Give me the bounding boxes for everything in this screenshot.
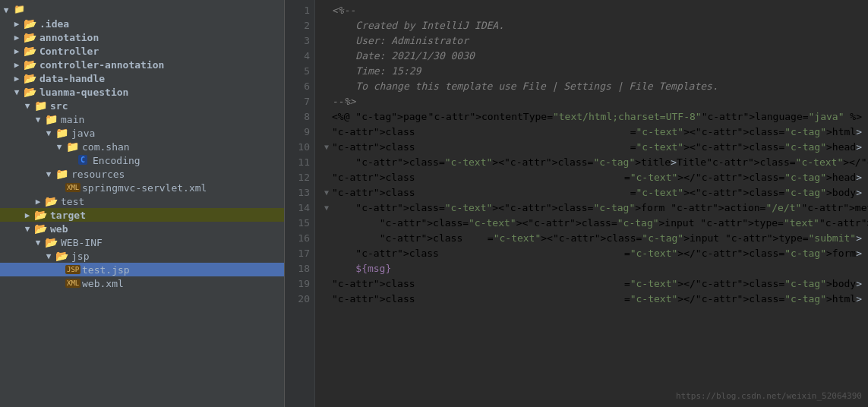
folder-icon: 📁 [12,4,26,16]
tree-item-web.xml[interactable]: XMLweb.xml [0,276,284,290]
tree-arrow-luanma-question[interactable]: ▼ [11,87,23,97]
tree-arrow-Controller[interactable]: ▶ [11,46,23,56]
tree-arrow-idea[interactable]: ▶ [11,19,23,29]
tree-arrow-jsp[interactable]: ▼ [43,251,55,261]
line-num-11: 11 [285,155,310,170]
tree-arrow-web[interactable]: ▼ [21,224,33,234]
line-num-16: 16 [285,231,310,246]
tree-item-resources[interactable]: ▼📁resources [0,167,284,181]
code-line-14: ▼ "c-attr">class="c-text"><"c-attr">clas… [321,200,862,216]
folder-icon: 📂 [23,45,36,57]
code-line-9: "c-attr">class="c-text"><"c-attr">class=… [321,125,862,140]
code-text-2: Created by IntelliJ IDEA. [332,18,862,33]
tree-item-test[interactable]: ▶📂test [0,194,284,208]
tree-item-data-handle[interactable]: ▶📂data-handle [0,71,284,85]
line-num-12: 12 [285,170,310,185]
tree-label-com.shan: com.shan [82,141,130,153]
line-num-1: 1 [285,3,310,18]
tree-item-src[interactable]: ▼📁src [0,99,284,112]
tree-item-luanma-question[interactable]: ▼📂luanma-question [0,85,284,99]
tree-label-springmvc-servlet.xml: springmvc-servlet.xml [82,182,207,194]
code-text-18: ${msg} [332,261,862,276]
tree-arrow-main[interactable]: ▼ [32,115,44,125]
code-line-18: ${msg} [321,261,862,276]
tree-item-Encoding[interactable]: CEncoding [0,153,284,167]
fold-gutter-14[interactable]: ▼ [321,200,332,216]
tree-label-jsp: jsp [71,251,89,262]
tree-item-web[interactable]: ▼📂web [0,222,284,235]
code-line-8: <%@ "c-tag">page "c-attr">contentType="t… [321,109,862,125]
folder-icon: 📂 [23,17,36,30]
tree-label-resources: resources [71,169,125,180]
tree-item-java[interactable]: ▼📁java [0,126,284,140]
line-num-2: 2 [285,18,310,33]
code-text-19: "c-attr">class [332,276,624,292]
code-line-20: "c-attr">class="c-text"></"c-attr">class… [321,292,862,307]
tree-item-main[interactable]: ▼📁main [0,112,284,126]
editor-panel: 1234567891011121314151617181920 <%-- Cre… [285,0,868,407]
xml-icon: XML [65,181,79,194]
code-text-15: "c-attr">class [332,216,462,231]
tree-item-com.shan[interactable]: ▼📁com.shan [0,140,284,153]
folder-icon: 📂 [23,58,36,71]
tree-label-annotation: annotation [39,32,99,43]
tree-arrow-com.shan[interactable]: ▼ [53,142,65,152]
code-line-1: <%-- [321,3,862,18]
tree-item-idea[interactable]: ▶📂.idea [0,17,284,30]
tree-arrow-target[interactable]: ▶ [21,210,33,220]
tree-label-WEB-INF: WEB-INF [61,237,103,248]
folder-pkg-icon: 📁 [65,140,79,153]
tree-label-target: target [50,210,86,221]
tree-item-jsp[interactable]: ▼📂jsp [0,249,284,263]
code-text-5: Time: 15:29 [332,64,862,79]
tree-arrow-src[interactable]: ▼ [21,101,33,111]
folder-icon: 📂 [23,86,36,98]
tree-arrow-resources[interactable]: ▼ [43,169,55,179]
folder-icon: 📂 [23,72,36,84]
tree-arrow-controller-annotation[interactable]: ▶ [11,60,23,70]
line-num-9: 9 [285,125,310,140]
tree-label-idea: .idea [39,18,69,30]
fold-gutter-13[interactable]: ▼ [321,185,332,200]
code-text-20: "c-attr">class [332,292,624,307]
code-line-17: "c-attr">class="c-text"></"c-attr">class… [321,246,862,261]
file-tree[interactable]: ▼ 📁 ▶📂.idea▶📂annotation▶📂Controller▶📂con… [0,0,285,407]
tree-arrow-test[interactable]: ▶ [32,197,44,207]
line-num-7: 7 [285,94,310,109]
line-num-4: 4 [285,49,310,64]
tree-item-annotation[interactable]: ▶📂annotation [0,30,284,44]
tree-item-controller-annotation[interactable]: ▶📂controller-annotation [0,58,284,71]
folder-icon: 📂 [23,31,36,43]
code-text-8: <%@ "c-tag">page [332,109,428,125]
tree-arrow-root[interactable]: ▼ [0,5,12,15]
tree-arrow-WEB-INF[interactable]: ▼ [32,238,44,248]
line-num-18: 18 [285,261,310,276]
tree-label-test.jsp: test.jsp [82,264,130,276]
line-num-20: 20 [285,292,310,307]
tree-arrow-annotation[interactable]: ▶ [11,33,23,43]
class-icon: C [76,154,90,166]
tree-arrow-data-handle[interactable]: ▶ [11,74,23,84]
line-num-5: 5 [285,64,310,79]
fold-gutter-10[interactable]: ▼ [321,140,332,155]
code-line-10: ▼"c-attr">class="c-text"><"c-attr">class… [321,140,862,155]
code-line-7: --%> [321,94,862,109]
line-numbers: 1234567891011121314151617181920 [285,0,315,407]
tree-label-src: src [50,100,68,112]
tree-arrow-java[interactable]: ▼ [43,128,55,138]
code-text-9: "c-attr">class [332,125,630,140]
tree-item-WEB-INF[interactable]: ▼📂WEB-INF [0,235,284,249]
line-num-10: 10 [285,140,310,155]
code-line-13: ▼"c-attr">class="c-text"><"c-attr">class… [321,185,862,200]
code-text-13: "c-attr">class [332,185,630,200]
code-area[interactable]: <%-- Created by IntelliJ IDEA. User: Adm… [315,0,868,407]
tree-root[interactable]: ▼ 📁 [0,3,284,17]
code-text-12: "c-attr">class [332,170,624,185]
folder-src-icon: 📁 [33,99,47,112]
watermark: https://blog.csdn.net/weixin_52064390 [676,389,862,404]
tree-item-test.jsp[interactable]: JSPtest.jsp [0,263,284,276]
tree-item-Controller[interactable]: ▶📂Controller [0,44,284,58]
tree-item-target[interactable]: ▶📂target [0,208,284,222]
tree-item-springmvc-servlet.xml[interactable]: XMLspringmvc-servlet.xml [0,181,284,194]
code-line-5: Time: 15:29 [321,64,862,79]
